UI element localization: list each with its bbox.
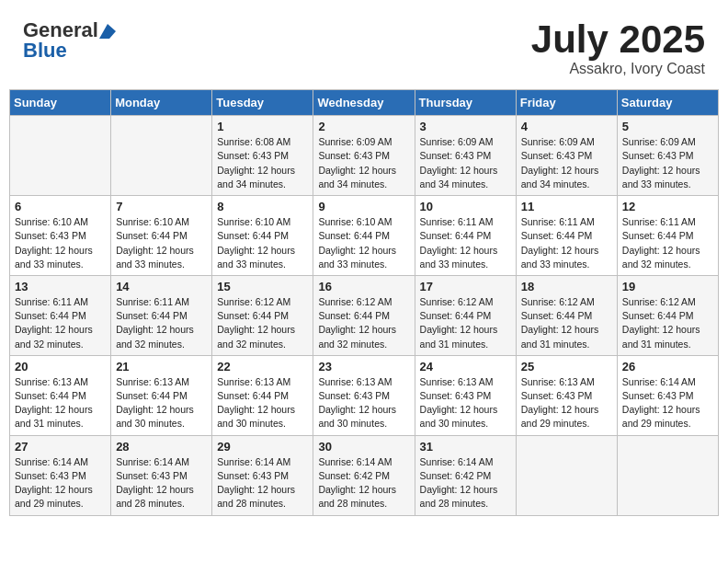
day-info-text: Sunrise: 6:11 AM Sunset: 6:44 PM Dayligh… (116, 295, 207, 351)
logo-blue-text: Blue (23, 39, 67, 63)
day-info-text: Sunrise: 6:11 AM Sunset: 6:44 PM Dayligh… (15, 295, 106, 351)
calendar-cell: 20Sunrise: 6:13 AM Sunset: 6:44 PM Dayli… (10, 355, 111, 435)
calendar-cell: 7Sunrise: 6:10 AM Sunset: 6:44 PM Daylig… (111, 196, 212, 276)
day-number: 28 (116, 440, 207, 454)
calendar-week-row: 27Sunrise: 6:14 AM Sunset: 6:43 PM Dayli… (10, 435, 719, 515)
day-number: 16 (318, 280, 409, 293)
day-number: 31 (420, 440, 511, 454)
calendar-cell: 25Sunrise: 6:13 AM Sunset: 6:43 PM Dayli… (516, 355, 617, 435)
day-info-text: Sunrise: 6:10 AM Sunset: 6:43 PM Dayligh… (15, 215, 106, 271)
logo: General Blue (23, 18, 116, 63)
calendar-cell: 2Sunrise: 6:09 AM Sunset: 6:43 PM Daylig… (313, 116, 415, 196)
day-info-text: Sunrise: 6:13 AM Sunset: 6:43 PM Dayligh… (521, 375, 612, 431)
day-number: 23 (318, 360, 409, 373)
weekday-header-tuesday: Tuesday (212, 90, 313, 116)
day-info-text: Sunrise: 6:12 AM Sunset: 6:44 PM Dayligh… (217, 295, 308, 351)
calendar-cell: 23Sunrise: 6:13 AM Sunset: 6:43 PM Dayli… (313, 355, 415, 435)
day-number: 22 (217, 360, 308, 373)
day-info-text: Sunrise: 6:09 AM Sunset: 6:43 PM Dayligh… (420, 135, 511, 191)
location-subtitle: Assakro, Ivory Coast (531, 61, 705, 77)
day-number: 7 (116, 200, 207, 213)
day-info-text: Sunrise: 6:12 AM Sunset: 6:44 PM Dayligh… (622, 295, 713, 351)
day-number: 20 (15, 360, 106, 373)
weekday-header-sunday: Sunday (10, 90, 111, 116)
day-info-text: Sunrise: 6:12 AM Sunset: 6:44 PM Dayligh… (420, 295, 511, 351)
weekday-header-thursday: Thursday (415, 90, 516, 116)
day-number: 3 (420, 120, 511, 133)
weekday-header-saturday: Saturday (617, 90, 718, 116)
day-info-text: Sunrise: 6:11 AM Sunset: 6:44 PM Dayligh… (420, 215, 511, 271)
day-info-text: Sunrise: 6:08 AM Sunset: 6:43 PM Dayligh… (217, 135, 308, 191)
calendar-cell: 15Sunrise: 6:12 AM Sunset: 6:44 PM Dayli… (212, 275, 313, 355)
calendar-header-row: SundayMondayTuesdayWednesdayThursdayFrid… (10, 90, 719, 116)
day-info-text: Sunrise: 6:12 AM Sunset: 6:44 PM Dayligh… (318, 295, 409, 351)
day-number: 17 (420, 280, 511, 293)
calendar-table: SundayMondayTuesdayWednesdayThursdayFrid… (9, 89, 719, 515)
calendar-cell: 28Sunrise: 6:14 AM Sunset: 6:43 PM Dayli… (111, 435, 212, 515)
day-number: 4 (521, 120, 612, 133)
day-number: 27 (15, 440, 106, 454)
calendar-cell: 12Sunrise: 6:11 AM Sunset: 6:44 PM Dayli… (617, 196, 718, 276)
calendar-cell: 1Sunrise: 6:08 AM Sunset: 6:43 PM Daylig… (212, 116, 313, 196)
svg-marker-0 (99, 24, 116, 39)
calendar-cell (111, 116, 212, 196)
day-info-text: Sunrise: 6:14 AM Sunset: 6:42 PM Dayligh… (420, 455, 511, 511)
calendar-cell: 21Sunrise: 6:13 AM Sunset: 6:44 PM Dayli… (111, 355, 212, 435)
day-number: 14 (116, 280, 207, 293)
day-info-text: Sunrise: 6:14 AM Sunset: 6:43 PM Dayligh… (116, 455, 207, 511)
day-number: 13 (15, 280, 106, 293)
calendar-cell: 3Sunrise: 6:09 AM Sunset: 6:43 PM Daylig… (415, 116, 516, 196)
day-number: 26 (622, 360, 713, 373)
month-year-title: July 2025 (531, 18, 705, 61)
day-info-text: Sunrise: 6:13 AM Sunset: 6:43 PM Dayligh… (318, 375, 409, 431)
calendar-cell: 29Sunrise: 6:14 AM Sunset: 6:43 PM Dayli… (212, 435, 313, 515)
calendar-cell (516, 435, 617, 515)
calendar-cell: 14Sunrise: 6:11 AM Sunset: 6:44 PM Dayli… (111, 275, 212, 355)
calendar-week-row: 1Sunrise: 6:08 AM Sunset: 6:43 PM Daylig… (10, 116, 719, 196)
day-info-text: Sunrise: 6:13 AM Sunset: 6:44 PM Dayligh… (116, 375, 207, 431)
calendar-cell: 11Sunrise: 6:11 AM Sunset: 6:44 PM Dayli… (516, 196, 617, 276)
calendar-cell: 4Sunrise: 6:09 AM Sunset: 6:43 PM Daylig… (516, 116, 617, 196)
day-info-text: Sunrise: 6:13 AM Sunset: 6:44 PM Dayligh… (15, 375, 106, 431)
day-number: 9 (318, 200, 409, 213)
day-info-text: Sunrise: 6:10 AM Sunset: 6:44 PM Dayligh… (318, 215, 409, 271)
day-info-text: Sunrise: 6:10 AM Sunset: 6:44 PM Dayligh… (116, 215, 207, 271)
day-number: 24 (420, 360, 511, 373)
day-info-text: Sunrise: 6:14 AM Sunset: 6:43 PM Dayligh… (217, 455, 308, 511)
day-info-text: Sunrise: 6:11 AM Sunset: 6:44 PM Dayligh… (521, 215, 612, 271)
calendar-cell: 6Sunrise: 6:10 AM Sunset: 6:43 PM Daylig… (10, 196, 111, 276)
calendar-cell: 27Sunrise: 6:14 AM Sunset: 6:43 PM Dayli… (10, 435, 111, 515)
logo-triangle-icon (99, 22, 116, 39)
day-info-text: Sunrise: 6:14 AM Sunset: 6:42 PM Dayligh… (318, 455, 409, 511)
calendar-cell: 31Sunrise: 6:14 AM Sunset: 6:42 PM Dayli… (415, 435, 516, 515)
calendar-cell: 26Sunrise: 6:14 AM Sunset: 6:43 PM Dayli… (617, 355, 718, 435)
page-header: General Blue July 2025 Assakro, Ivory Co… (9, 9, 719, 82)
calendar-week-row: 6Sunrise: 6:10 AM Sunset: 6:43 PM Daylig… (10, 196, 719, 276)
day-info-text: Sunrise: 6:10 AM Sunset: 6:44 PM Dayligh… (217, 215, 308, 271)
day-number: 25 (521, 360, 612, 373)
calendar-cell: 19Sunrise: 6:12 AM Sunset: 6:44 PM Dayli… (617, 275, 718, 355)
day-info-text: Sunrise: 6:09 AM Sunset: 6:43 PM Dayligh… (318, 135, 409, 191)
day-number: 12 (622, 200, 713, 213)
day-number: 2 (318, 120, 409, 133)
day-number: 5 (622, 120, 713, 133)
calendar-cell: 17Sunrise: 6:12 AM Sunset: 6:44 PM Dayli… (415, 275, 516, 355)
day-info-text: Sunrise: 6:14 AM Sunset: 6:43 PM Dayligh… (15, 455, 106, 511)
day-number: 8 (217, 200, 308, 213)
calendar-cell: 30Sunrise: 6:14 AM Sunset: 6:42 PM Dayli… (313, 435, 415, 515)
day-number: 15 (217, 280, 308, 293)
calendar-cell: 22Sunrise: 6:13 AM Sunset: 6:44 PM Dayli… (212, 355, 313, 435)
calendar-week-row: 13Sunrise: 6:11 AM Sunset: 6:44 PM Dayli… (10, 275, 719, 355)
weekday-header-wednesday: Wednesday (313, 90, 415, 116)
day-info-text: Sunrise: 6:09 AM Sunset: 6:43 PM Dayligh… (521, 135, 612, 191)
day-info-text: Sunrise: 6:11 AM Sunset: 6:44 PM Dayligh… (622, 215, 713, 271)
day-number: 18 (521, 280, 612, 293)
day-info-text: Sunrise: 6:13 AM Sunset: 6:43 PM Dayligh… (420, 375, 511, 431)
day-number: 1 (217, 120, 308, 133)
day-info-text: Sunrise: 6:14 AM Sunset: 6:43 PM Dayligh… (622, 375, 713, 431)
calendar-cell: 10Sunrise: 6:11 AM Sunset: 6:44 PM Dayli… (415, 196, 516, 276)
day-info-text: Sunrise: 6:12 AM Sunset: 6:44 PM Dayligh… (521, 295, 612, 351)
calendar-cell: 24Sunrise: 6:13 AM Sunset: 6:43 PM Dayli… (415, 355, 516, 435)
day-number: 29 (217, 440, 308, 454)
calendar-cell: 5Sunrise: 6:09 AM Sunset: 6:43 PM Daylig… (617, 116, 718, 196)
